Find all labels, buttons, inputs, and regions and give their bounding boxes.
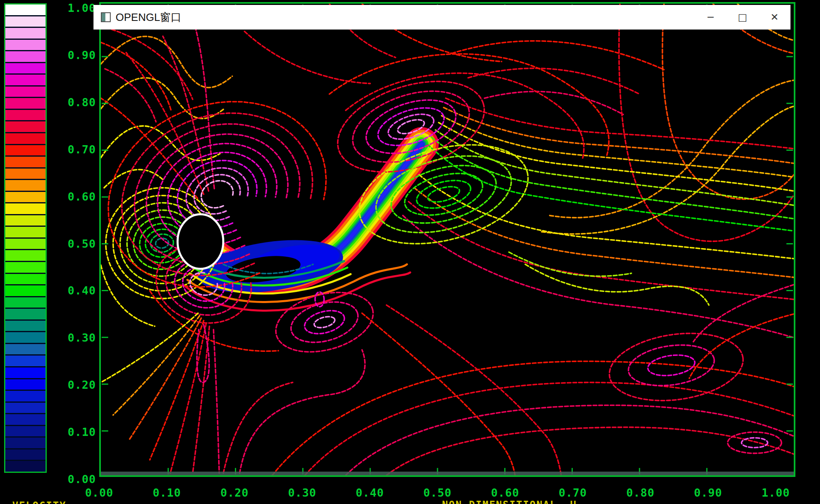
y-tick-label: 0.30 [53,331,96,344]
window-controls: ─ □ ✕ [695,5,790,30]
colorbar-cell [5,354,46,366]
window-title: OPENGL窗口 [116,10,181,25]
colorbar-cell [5,97,46,109]
top-vortex [326,54,609,189]
colorbar-cell [5,144,46,156]
colorbar-cell [5,249,46,261]
x-tick-label: 1.00 [761,486,790,499]
colorbar-cell [5,343,46,355]
colorbar-cell [5,202,46,214]
colorbar-cell [5,167,46,179]
peripheral-contours-top-right [452,4,794,241]
colorbar-cell [5,5,46,15]
y-tick-label: 0.90 [53,49,96,62]
y-tick-label: 0.40 [53,284,96,297]
x-tick-label: 0.90 [694,486,722,499]
x-tick-label: 0.20 [220,486,248,499]
x-tick-label: 0.60 [491,486,519,499]
colorbar-cell [5,319,46,331]
plot-bottom-strip [101,472,794,475]
x-tick-label: 0.70 [558,486,587,499]
bottom-right-contours [272,285,794,475]
maximize-button[interactable]: □ [727,5,758,30]
colorbar-cell [5,296,46,308]
cylinder [178,214,223,269]
x-tick-label: 0.00 [85,486,113,499]
colorbar-cell [5,109,46,121]
colorbar-cell [5,366,46,378]
colorbar-cell [5,27,46,39]
colorbar-cell [5,132,46,144]
colorbar-cell [5,226,46,237]
colorbar-cell [5,237,46,249]
colorbar-cell [5,261,46,273]
y-tick-label: 0.20 [53,379,96,391]
descending-streamlines [403,98,794,338]
colorbar-cell [5,15,46,27]
x-tick-label: 0.40 [355,486,384,499]
colorbar-cell [5,448,46,460]
footer-left-label: VELOCITY [12,500,66,504]
colorbar-cell [5,436,46,448]
window-titlebar[interactable]: OPENGL窗口 ─ □ ✕ [93,5,790,30]
y-tick-label: 0.80 [53,96,96,109]
y-tick-label: 0.50 [53,237,96,250]
x-tick-label: 0.80 [626,486,654,499]
window-icon [101,12,111,22]
colorbar-cell [5,62,46,74]
colorbar-cell [5,425,46,437]
colorbar-cell [5,39,46,50]
y-tick-label: 0.70 [53,143,96,156]
colorbar-cell [5,378,46,390]
y-tick-label: 0.00 [53,473,96,486]
x-tick-label: 0.50 [423,486,451,499]
colorbar-cell [5,331,46,343]
colorbar-cell [5,460,46,472]
plot-area[interactable] [99,2,795,477]
y-tick-label: 0.10 [53,426,96,438]
y-tick-label: 1.00 [53,2,96,14]
colorbar-cell [5,179,46,191]
x-tick-label: 0.10 [153,486,181,499]
colorbar-cell [5,73,46,85]
colorbar-cell [5,284,46,296]
colorbar-cell [5,50,46,62]
colorbar-cell [5,401,46,413]
contour-plot [101,4,794,475]
colorbar-cell [5,413,46,425]
colorbar-cell [5,191,46,203]
colorbar-cell [5,273,46,285]
x-tick-label: 0.30 [288,486,316,499]
footer-center-label: NON DIMENSITIONAL U [442,499,577,504]
close-button[interactable]: ✕ [758,5,790,30]
colorbar [4,3,47,473]
colorbar-cell [5,390,46,401]
y-tick-label: 0.60 [53,190,96,203]
colorbar-cell [5,85,46,97]
colorbar-cell [5,155,46,167]
minimize-button[interactable]: ─ [695,5,727,30]
colorbar-cell [5,120,46,132]
bottom-left-fan [101,313,365,473]
colorbar-cell [5,308,46,319]
colorbar-cell [5,214,46,226]
